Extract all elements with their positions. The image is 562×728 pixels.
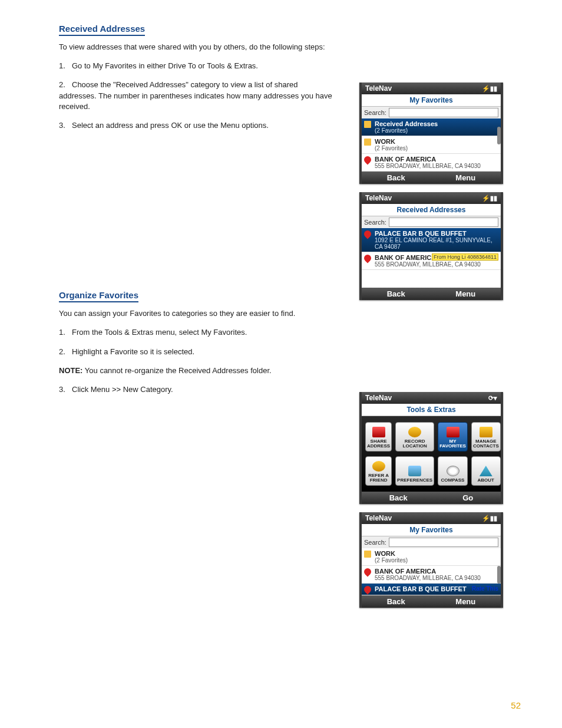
preferences-icon <box>408 466 421 476</box>
sender-chip: From Hong Li 4088364811 <box>432 253 498 261</box>
section-organize-favorites: Organize Favorites You can assign your F… <box>59 290 336 395</box>
step-2: 2.Choose the "Received Addresses" catego… <box>59 80 336 112</box>
softkey-menu[interactable]: Menu <box>455 597 475 606</box>
heart-icon <box>363 229 373 239</box>
list-item[interactable]: WORK(2 Favorites) <box>362 548 501 566</box>
search-label: Search: <box>364 219 386 226</box>
favorites-list: WORK(2 Favorites) BANK OF AMERICA555 BRO… <box>362 548 501 595</box>
step-3: 3.Select an address and press OK or use … <box>59 120 336 131</box>
search-input[interactable] <box>389 538 498 547</box>
grid-compass[interactable]: COMPASS <box>438 456 468 486</box>
heart-icon <box>363 155 373 165</box>
grid-about[interactable]: ABOUT <box>471 456 501 486</box>
page-number: 52 <box>511 700 521 710</box>
screenshot-my-favorites-received: TeleNav⚡▮▮ My Favorites Search: Received… <box>359 83 503 184</box>
favorites-list: Received Addresses(2 Favorites) WORK(2 F… <box>362 118 501 172</box>
about-icon <box>480 466 492 476</box>
list-item[interactable]: BANK OF AMERICA555 BROADWAY, MILLBRAE, C… <box>362 566 501 584</box>
favorites-icon <box>447 427 459 437</box>
intro-received: To view addresses that were shared with … <box>59 42 336 52</box>
grid-preferences[interactable]: PREFERENCES <box>395 456 434 486</box>
grid-refer-friend[interactable]: REFER A FRIEND <box>365 456 392 486</box>
softkey-go[interactable]: Go <box>462 493 473 502</box>
brand-label: TeleNav <box>365 514 392 522</box>
contacts-icon <box>480 427 492 437</box>
section-received-addresses: Received Addresses To view addresses tha… <box>59 24 336 131</box>
step-o2: 2.Highlight a Favorite so it is selected… <box>59 347 336 357</box>
screen-title: My Favorites <box>362 94 501 107</box>
heading-received: Received Addresses <box>59 24 336 36</box>
battery-icon: ⚡▮▮ <box>482 85 497 93</box>
grid-share-address[interactable]: SHARE ADDRESS <box>365 422 392 452</box>
list-item[interactable]: WORK(2 Favorites) <box>362 136 501 154</box>
intro-organize: You can assign your Favorites to categor… <box>59 308 336 319</box>
softkey-menu[interactable]: Menu <box>455 289 475 298</box>
screen-title: My Favorites <box>362 524 501 536</box>
screen-title: Received Addresses <box>362 204 501 216</box>
search-input[interactable] <box>389 218 498 227</box>
envelope-icon <box>364 121 371 128</box>
brand-label: TeleNav <box>365 394 392 402</box>
softkey-back[interactable]: Back <box>389 493 408 502</box>
search-label: Search: <box>364 109 386 116</box>
softkey-back[interactable]: Back <box>387 173 405 182</box>
step-1: 1.Go to My Favorites in either Drive To … <box>59 61 336 71</box>
rate-link[interactable]: Rate This <box>472 585 498 592</box>
heart-icon <box>363 585 373 595</box>
list-item[interactable]: PALACE BAR B QUE BUFFET1092 E EL CAMINO … <box>362 228 501 252</box>
note-organize: NOTE: You cannot re-organize the Receive… <box>59 365 336 376</box>
step-o3: 3.Click Menu >> New Category. <box>59 384 336 395</box>
signal-icon: ⟳▾ <box>488 394 497 402</box>
search-label: Search: <box>364 539 386 546</box>
softkey-back[interactable]: Back <box>387 289 405 298</box>
refer-icon <box>372 461 385 472</box>
folder-icon <box>364 139 371 146</box>
screenshot-received-addresses: TeleNav⚡▮▮ Received Addresses Search: PA… <box>359 192 503 300</box>
received-list: PALACE BAR B QUE BUFFET1092 E EL CAMINO … <box>362 228 501 270</box>
screen-title: Tools & Extras <box>362 404 501 416</box>
battery-icon: ⚡▮▮ <box>482 195 497 202</box>
brand-label: TeleNav <box>365 84 392 93</box>
brand-label: TeleNav <box>365 194 392 202</box>
list-item[interactable]: BANK OF AMERICA555 BROADWAY, MILLBRAE, C… <box>362 252 501 270</box>
heading-organize: Organize Favorites <box>59 290 336 302</box>
step-o1: 1.From the Tools & Extras menu, select M… <box>59 327 336 338</box>
list-item[interactable]: Received Addresses(2 Favorites) <box>362 118 501 136</box>
compass-icon <box>447 466 459 476</box>
list-item[interactable]: PALACE BAR B QUE BUFFETRate This <box>362 584 501 595</box>
share-icon <box>372 427 385 437</box>
softkey-back[interactable]: Back <box>387 597 405 606</box>
heart-icon <box>363 567 373 577</box>
list-item[interactable]: BANK OF AMERICA555 BROADWAY, MILLBRAE, C… <box>362 154 501 172</box>
scrollbar[interactable] <box>497 566 501 584</box>
search-input[interactable] <box>389 108 498 117</box>
grid-manage-contacts[interactable]: MANAGE CONTACTS <box>471 422 501 452</box>
grid-my-favorites[interactable]: MY FAVORITES <box>438 422 468 452</box>
tools-grid: SHARE ADDRESS RECORD LOCATION MY FAVORIT… <box>362 416 501 492</box>
softkey-menu[interactable]: Menu <box>455 173 475 182</box>
scrollbar[interactable] <box>497 127 501 144</box>
screenshot-my-favorites-organize: TeleNav⚡▮▮ My Favorites Search: WORK(2 F… <box>359 512 503 608</box>
battery-icon: ⚡▮▮ <box>482 515 497 522</box>
folder-icon <box>364 551 371 558</box>
screenshot-tools-extras: TeleNav⟳▾ Tools & Extras SHARE ADDRESS R… <box>359 392 503 504</box>
grid-record-location[interactable]: RECORD LOCATION <box>395 422 434 452</box>
heart-icon <box>363 253 373 263</box>
record-icon <box>408 427 421 437</box>
